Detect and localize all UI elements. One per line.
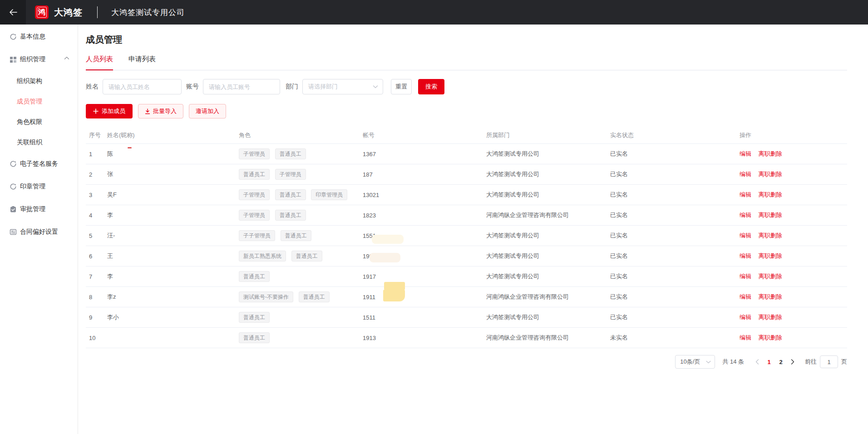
row-account: 13021 xyxy=(363,192,486,198)
sidebar-item-role-permission[interactable]: 角色权限 xyxy=(0,112,78,132)
row-account: 1823 xyxy=(363,212,486,219)
invite-join-button[interactable]: 邀请加入 xyxy=(189,104,226,118)
resign-delete-link[interactable]: 离职删除 xyxy=(759,273,782,280)
add-member-button[interactable]: 添加成员 xyxy=(86,104,133,118)
col-dept: 所属部门 xyxy=(486,131,610,139)
edit-link[interactable]: 编辑 xyxy=(740,293,751,300)
resign-delete-link[interactable]: 离职删除 xyxy=(759,252,782,259)
table-row: 9 李小 普通员工 1511 大鸿签测试专用公司 已实名 编辑 离职删除 xyxy=(86,307,847,328)
back-button[interactable] xyxy=(0,0,26,25)
sidebar-item-related-org[interactable]: 关联组织 xyxy=(0,132,78,153)
resign-delete-link[interactable]: 离职删除 xyxy=(759,334,782,341)
tab-bar: 人员列表 申请列表 xyxy=(86,55,847,70)
row-status: 已实名 xyxy=(610,272,740,281)
dept-select[interactable]: 请选择部门 xyxy=(302,79,383,94)
sidebar-item-seal-management[interactable]: 印章管理 xyxy=(0,175,78,198)
goto-page-input[interactable] xyxy=(820,355,838,368)
sidebar-item-org-management[interactable]: 组织管理 xyxy=(0,48,78,71)
resign-delete-link[interactable]: 离职删除 xyxy=(759,191,782,198)
reset-button[interactable]: 重置 xyxy=(391,79,412,94)
sidebar-item-contract-preference[interactable]: 合同偏好设置 xyxy=(0,221,78,243)
resign-delete-link[interactable]: 离职删除 xyxy=(759,232,782,239)
table-row: 4 李 子管理员 普通员工 1823 河南鸿纵企业管理咨询有限公司 已实名 编辑… xyxy=(86,205,847,226)
row-index: 10 xyxy=(86,335,107,341)
row-status: 已实名 xyxy=(610,211,740,219)
prev-page-button[interactable] xyxy=(751,355,763,368)
edit-link[interactable]: 编辑 xyxy=(740,171,751,178)
action-bar: 添加成员 批量导入 邀请加入 xyxy=(86,104,868,118)
resign-delete-link[interactable]: 离职删除 xyxy=(759,150,782,157)
edit-link[interactable]: 编辑 xyxy=(740,150,751,157)
sidebar-item-label: 组织架构 xyxy=(17,77,42,85)
tab-personnel-list[interactable]: 人员列表 xyxy=(86,55,113,70)
goto-page-group: 前往 页 xyxy=(805,355,847,368)
page-number-1[interactable]: 1 xyxy=(763,355,775,368)
row-status: 已实名 xyxy=(610,170,740,178)
row-roles: 普通员工 xyxy=(239,271,363,282)
table-row: 3 吴F 子管理员 普通员工 印章管理员 13021 大鸿签测试专用公司 已实名… xyxy=(86,185,847,205)
row-ops: 编辑 离职删除 xyxy=(740,150,847,158)
row-dept: 河南鸿纵企业管理咨询有限公司 xyxy=(486,293,610,301)
sidebar-item-basic-info[interactable]: 基本信息 xyxy=(0,25,78,48)
row-name: 李 xyxy=(107,211,239,219)
edit-link[interactable]: 编辑 xyxy=(740,232,751,239)
edit-link[interactable]: 编辑 xyxy=(740,212,751,218)
resign-delete-link[interactable]: 离职删除 xyxy=(759,293,782,300)
row-account: 199 xyxy=(363,253,486,260)
clipboard-check-icon xyxy=(10,206,17,213)
row-roles: 子管理员 普通员工 xyxy=(239,148,363,159)
page-size-select[interactable]: 10条/页 xyxy=(675,355,715,369)
plus-icon xyxy=(93,108,99,114)
edit-link[interactable]: 编辑 xyxy=(740,273,751,280)
row-account: 1511 xyxy=(363,314,486,321)
table-row: 1 陈 子管理员 普通员工 1367 大鸿签测试专用公司 已实名 编辑 离职删除 xyxy=(86,144,847,164)
row-index: 9 xyxy=(86,314,107,321)
edit-link[interactable]: 编辑 xyxy=(740,314,751,321)
edit-link[interactable]: 编辑 xyxy=(740,252,751,259)
role-tag: 普通员工 xyxy=(275,210,306,221)
row-index: 3 xyxy=(86,192,107,198)
topbar: 鸿 大鸿签 大鸿签测试专用公司 xyxy=(0,0,868,25)
goto-label: 前往 xyxy=(805,358,817,366)
preferences-icon xyxy=(10,228,17,236)
account-filter-input[interactable] xyxy=(203,79,280,94)
redaction-patch xyxy=(383,290,405,301)
batch-import-button[interactable]: 批量导入 xyxy=(138,104,183,118)
sidebar-item-label: 印章管理 xyxy=(20,182,45,191)
grid-icon xyxy=(10,56,17,63)
row-roles: 新员工熟悉系统 普通员工 xyxy=(239,251,363,261)
row-roles: 子子管理员 普通员工 xyxy=(239,230,363,241)
tab-application-list[interactable]: 申请列表 xyxy=(128,55,156,70)
chevron-left-icon xyxy=(755,359,759,365)
search-button[interactable]: 搜索 xyxy=(418,79,444,94)
member-table: 序号 姓名(昵称) 角色 帐号 所属部门 实名状态 操作 1 陈 子管理员 普通… xyxy=(86,127,847,348)
name-filter-input[interactable] xyxy=(103,79,182,94)
sidebar-item-label: 组织管理 xyxy=(20,55,45,64)
sidebar-item-member-management[interactable]: 成员管理 xyxy=(0,91,78,112)
row-ops: 编辑 离职删除 xyxy=(740,232,847,240)
chevron-down-icon xyxy=(706,360,711,364)
dept-select-placeholder: 请选择部门 xyxy=(308,83,338,91)
resign-delete-link[interactable]: 离职删除 xyxy=(759,171,782,178)
sidebar-item-org-structure[interactable]: 组织架构 xyxy=(0,71,78,91)
main-content: 成员管理 人员列表 申请列表 姓名 账号 部门 请选择部门 重置 搜索 添加成员… xyxy=(79,25,868,434)
edit-link[interactable]: 编辑 xyxy=(740,334,751,341)
sidebar: 基本信息 组织管理 组织架构 成员管理 角色权限 关联组织 电子签名服务 印章管… xyxy=(0,25,78,434)
download-icon xyxy=(145,108,150,114)
next-page-button[interactable] xyxy=(787,355,799,368)
edit-link[interactable]: 编辑 xyxy=(740,191,751,198)
sidebar-item-esignature-service[interactable]: 电子签名服务 xyxy=(0,153,78,175)
role-tag: 普通员工 xyxy=(275,148,306,159)
row-account: 1367 xyxy=(363,151,486,158)
sidebar-item-approval-management[interactable]: 审批管理 xyxy=(0,198,78,221)
page-number-2[interactable]: 2 xyxy=(775,355,787,368)
row-status: 已实名 xyxy=(610,313,740,321)
role-tag: 子管理员 xyxy=(239,189,270,200)
resign-delete-link[interactable]: 离职删除 xyxy=(759,212,782,218)
add-member-label: 添加成员 xyxy=(102,107,125,115)
chevron-up-icon xyxy=(64,56,69,60)
row-name: 吴F xyxy=(107,191,239,199)
resign-delete-link[interactable]: 离职删除 xyxy=(759,314,782,321)
row-account: 1551 xyxy=(363,232,486,239)
row-dept: 大鸿签测试专用公司 xyxy=(486,170,610,178)
